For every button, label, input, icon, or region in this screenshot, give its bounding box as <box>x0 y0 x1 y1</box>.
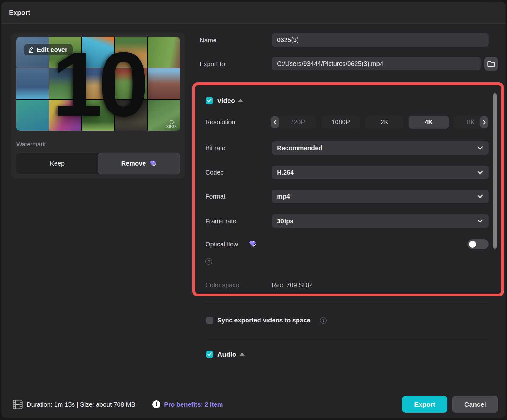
dialog-title: Export <box>9 9 30 16</box>
xbox-watermark: XBOX <box>166 120 177 128</box>
pro-gem-icon <box>248 240 257 248</box>
video-section-title: Video <box>217 97 235 105</box>
resolution-option-2k[interactable]: 2K <box>365 116 404 129</box>
export-path-input[interactable] <box>272 57 481 70</box>
export-dialog: Export 10 Edit cover <box>1 2 506 418</box>
color-space-label: Color space <box>205 282 239 289</box>
frame-rate-value: 30fps <box>277 218 293 225</box>
check-icon <box>207 99 212 103</box>
format-select[interactable]: mp4 <box>272 190 489 203</box>
edit-cover-button[interactable]: Edit cover <box>24 44 73 55</box>
export-summary: Duration: 1m 15s | Size: about 708 MB <box>27 401 135 408</box>
alert-icon: ! <box>152 400 160 408</box>
watermark-keep-button[interactable]: Keep <box>16 153 98 174</box>
sync-label: Sync exported videos to space <box>217 317 310 324</box>
resolution-next-button[interactable] <box>480 116 488 128</box>
pencil-icon <box>28 47 34 53</box>
audio-collapse-icon[interactable] <box>240 353 245 356</box>
chevron-down-icon <box>477 146 483 150</box>
chevron-down-icon <box>477 171 483 174</box>
pro-gem-icon <box>149 160 157 167</box>
format-label: Format <box>205 193 225 200</box>
audio-checkbox[interactable] <box>206 351 213 358</box>
resolution-prev-button[interactable] <box>271 116 279 128</box>
sync-checkbox[interactable] <box>206 317 213 324</box>
optical-flow-label: Optical flow <box>205 241 238 248</box>
video-collapse-icon[interactable] <box>238 99 243 102</box>
chevron-left-icon <box>273 120 277 125</box>
bit-rate-select[interactable]: Recommended <box>272 141 489 155</box>
chevron-right-icon <box>483 120 486 125</box>
xbox-label: XBOX <box>166 124 177 128</box>
video-thumbnail[interactable]: 10 Edit cover XBOX <box>16 37 180 131</box>
resolution-label: Resolution <box>205 118 235 126</box>
export-button[interactable]: Export <box>402 396 447 413</box>
sync-help-icon[interactable]: ? <box>320 317 327 324</box>
folder-icon <box>487 60 495 67</box>
chevron-down-icon <box>477 195 483 198</box>
film-icon <box>13 400 23 409</box>
check-icon <box>207 352 212 356</box>
edit-cover-label: Edit cover <box>37 46 67 54</box>
codec-select[interactable]: H.264 <box>272 166 489 179</box>
export-to-label: Export to <box>200 60 225 68</box>
frame-rate-label: Frame rate <box>205 218 236 225</box>
chevron-down-icon <box>477 220 483 223</box>
color-space-value: Rec. 709 SDR <box>272 282 312 289</box>
watermark-label: Watermark <box>16 141 46 148</box>
optical-flow-toggle[interactable] <box>467 239 489 249</box>
video-checkbox[interactable] <box>206 97 213 104</box>
screen-background: Export 10 Edit cover <box>0 0 507 420</box>
scrollbar-thumb[interactable] <box>493 93 497 249</box>
resolution-option-4k[interactable]: 4K <box>409 116 449 129</box>
watermark-remove-button[interactable]: Remove <box>98 153 180 174</box>
browse-folder-button[interactable] <box>484 57 498 71</box>
format-value: mp4 <box>277 193 290 200</box>
name-input[interactable] <box>272 33 489 47</box>
name-label: Name <box>200 37 216 44</box>
xbox-sphere-icon <box>170 120 174 124</box>
preview-card: 10 Edit cover XBOX Watermark Keep Remo <box>11 33 185 178</box>
cancel-button[interactable]: Cancel <box>452 396 498 413</box>
optical-flow-help-icon[interactable]: ? <box>205 258 212 265</box>
resolution-option-1080p[interactable]: 1080P <box>321 116 360 129</box>
dialog-header: Export <box>1 2 506 24</box>
frame-rate-select[interactable]: 30fps <box>272 214 489 228</box>
highlight-rectangle <box>192 82 504 296</box>
bit-rate-value: Recommended <box>277 144 322 152</box>
watermark-segmented-control: Keep Remove <box>16 153 180 174</box>
divider <box>206 337 489 337</box>
audio-section-title: Audio <box>217 351 236 358</box>
toggle-knob <box>469 241 476 248</box>
watermark-remove-label: Remove <box>121 160 146 167</box>
codec-label: Codec <box>205 169 224 176</box>
divider <box>206 303 489 303</box>
pro-benefits-link[interactable]: Pro benefits: 2 item <box>164 401 223 408</box>
codec-value: H.264 <box>277 169 294 176</box>
bit-rate-label: Bit rate <box>205 144 225 152</box>
resolution-option-720p[interactable]: 720P <box>279 116 316 129</box>
